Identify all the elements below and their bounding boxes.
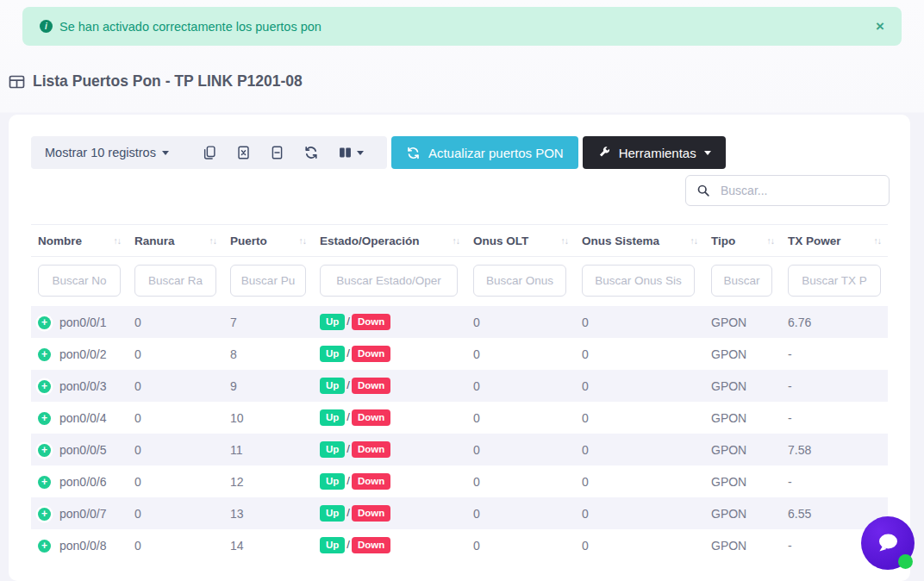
copy-button[interactable] bbox=[203, 145, 217, 160]
expand-row-icon[interactable] bbox=[38, 316, 51, 329]
sort-icon: ↑↓ bbox=[874, 235, 882, 246]
cell-puerto: 14 bbox=[223, 529, 313, 561]
cell-nombre: pon0/0/8 bbox=[31, 529, 128, 561]
status-up-badge[interactable]: Up bbox=[320, 473, 345, 490]
cell-onus-olt: 0 bbox=[466, 306, 575, 338]
cell-tipo: GPON bbox=[704, 338, 781, 370]
update-pon-ports-button[interactable]: Actualizar puertos PON bbox=[391, 136, 578, 169]
table-toolbar: Mostrar 10 registros bbox=[31, 136, 726, 169]
filter-input-estado-operacion[interactable] bbox=[320, 265, 458, 297]
expand-row-icon[interactable] bbox=[38, 444, 51, 457]
status-down-badge[interactable]: Down bbox=[352, 473, 390, 490]
port-name: pon0/0/3 bbox=[59, 379, 107, 393]
expand-row-icon[interactable] bbox=[38, 380, 51, 393]
status-down-badge[interactable]: Down bbox=[352, 314, 390, 330]
status-down-badge[interactable]: Down bbox=[352, 537, 390, 553]
status-separator: / bbox=[346, 442, 350, 455]
expand-row-icon[interactable] bbox=[38, 508, 51, 521]
table-row: pon0/0/4010Up/Down00GPON- bbox=[31, 402, 888, 434]
tools-label: Herramientas bbox=[619, 146, 696, 160]
cell-tipo: GPON bbox=[704, 497, 781, 529]
pon-ports-table: Nombre↑↓Ranura↑↓Puerto↑↓Estado/Operación… bbox=[31, 224, 888, 561]
status-down-badge[interactable]: Down bbox=[352, 409, 390, 426]
cell-onus-olt: 0 bbox=[466, 465, 575, 497]
column-label: Puerto bbox=[230, 234, 267, 247]
column-header-estado-operacion[interactable]: Estado/Operación↑↓ bbox=[313, 225, 466, 257]
cell-ranura: 0 bbox=[128, 338, 223, 370]
column-header-tipo[interactable]: Tipo↑↓ bbox=[704, 225, 781, 257]
search-input[interactable] bbox=[719, 183, 878, 198]
status-up-badge[interactable]: Up bbox=[320, 346, 345, 362]
online-status-dot bbox=[898, 554, 913, 569]
cell-puerto: 9 bbox=[223, 370, 313, 402]
status-down-badge[interactable]: Down bbox=[352, 378, 390, 394]
status-up-badge[interactable]: Up bbox=[320, 378, 345, 394]
port-name: pon0/0/5 bbox=[59, 443, 107, 457]
file-export-button[interactable] bbox=[270, 145, 284, 160]
cell-ranura: 0 bbox=[128, 497, 223, 529]
cell-onus-olt: 0 bbox=[466, 497, 575, 529]
excel-export-button[interactable] bbox=[236, 145, 251, 160]
sort-icon: ↑↓ bbox=[299, 235, 307, 246]
status-up-badge[interactable]: Up bbox=[320, 505, 345, 522]
status-separator: / bbox=[346, 315, 350, 328]
column-label: Tipo bbox=[711, 234, 735, 247]
cell-puerto: 10 bbox=[223, 402, 313, 434]
status-down-badge[interactable]: Down bbox=[352, 346, 390, 362]
status-separator: / bbox=[346, 506, 350, 519]
expand-row-icon[interactable] bbox=[38, 476, 51, 489]
column-visibility-button[interactable] bbox=[338, 145, 364, 160]
table-header-row: Nombre↑↓Ranura↑↓Puerto↑↓Estado/Operación… bbox=[31, 225, 888, 257]
alert-close-icon[interactable]: × bbox=[876, 19, 884, 34]
status-up-badge[interactable]: Up bbox=[320, 537, 345, 553]
expand-row-icon[interactable] bbox=[38, 540, 51, 553]
status-down-badge[interactable]: Down bbox=[352, 441, 390, 458]
status-up-badge[interactable]: Up bbox=[320, 441, 345, 458]
cell-nombre: pon0/0/2 bbox=[31, 338, 128, 370]
filter-input-tx-power[interactable] bbox=[788, 265, 881, 297]
cell-nombre: pon0/0/3 bbox=[31, 370, 128, 402]
cell-tx-power: - bbox=[781, 402, 888, 434]
filter-input-ranura[interactable] bbox=[134, 265, 216, 297]
cell-estado-operacion: Up/Down bbox=[313, 529, 466, 561]
filter-input-nombre[interactable] bbox=[38, 265, 121, 297]
expand-row-icon[interactable] bbox=[38, 412, 51, 425]
column-header-puerto[interactable]: Puerto↑↓ bbox=[223, 225, 313, 257]
column-header-onus-sistema[interactable]: Onus Sistema↑↓ bbox=[575, 225, 704, 257]
cell-onus-olt: 0 bbox=[466, 529, 575, 561]
column-header-tx-power[interactable]: TX Power↑↓ bbox=[781, 225, 888, 257]
filter-input-onus-olt[interactable] bbox=[473, 265, 566, 297]
status-up-badge[interactable]: Up bbox=[320, 314, 345, 330]
length-menu-dropdown[interactable]: Mostrar 10 registros bbox=[45, 146, 169, 159]
filter-input-tipo[interactable] bbox=[711, 265, 772, 297]
sort-icon: ↑↓ bbox=[767, 235, 775, 246]
cell-tx-power: 7.58 bbox=[781, 434, 888, 465]
cell-estado-operacion: Up/Down bbox=[313, 465, 466, 497]
column-header-nombre[interactable]: Nombre↑↓ bbox=[31, 225, 128, 257]
column-header-ranura[interactable]: Ranura↑↓ bbox=[128, 225, 223, 257]
cell-tipo: GPON bbox=[704, 465, 781, 497]
cell-tipo: GPON bbox=[704, 370, 781, 402]
expand-row-icon[interactable] bbox=[38, 348, 51, 361]
cell-nombre: pon0/0/7 bbox=[31, 497, 128, 529]
status-down-badge[interactable]: Down bbox=[352, 505, 390, 522]
filter-input-onus-sistema[interactable] bbox=[582, 265, 695, 297]
cell-puerto: 7 bbox=[223, 306, 313, 338]
cell-estado-operacion: Up/Down bbox=[313, 370, 466, 402]
cell-onus-olt: 0 bbox=[466, 338, 575, 370]
cell-onus-olt: 0 bbox=[466, 402, 575, 434]
chat-widget-button[interactable] bbox=[861, 516, 915, 570]
tools-dropdown-button[interactable]: Herramientas bbox=[583, 136, 726, 169]
file-export-icon bbox=[270, 145, 284, 160]
refresh-table-button[interactable] bbox=[303, 145, 319, 160]
status-separator: / bbox=[346, 347, 350, 359]
sort-icon: ↑↓ bbox=[209, 235, 217, 246]
column-header-onus-olt[interactable]: Onus OLT↑↓ bbox=[466, 225, 575, 257]
table-row: pon0/0/309Up/Down00GPON- bbox=[31, 370, 888, 402]
cell-tx-power: - bbox=[781, 465, 888, 497]
status-up-badge[interactable]: Up bbox=[320, 409, 345, 426]
port-name: pon0/0/6 bbox=[59, 475, 107, 489]
cell-tipo: GPON bbox=[704, 434, 781, 465]
cell-ranura: 0 bbox=[128, 465, 223, 497]
filter-input-puerto[interactable] bbox=[230, 265, 306, 297]
